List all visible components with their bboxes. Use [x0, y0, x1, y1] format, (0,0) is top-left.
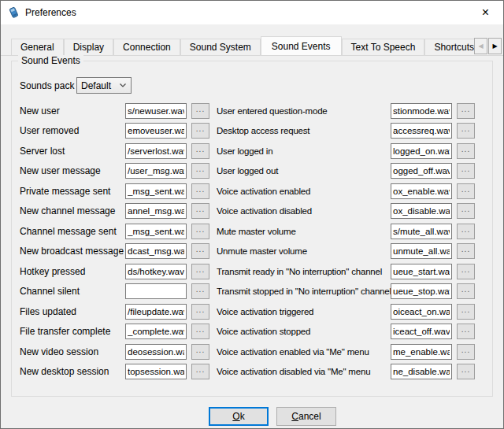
sound-file-input[interactable] [391, 243, 452, 259]
sound-file-input[interactable] [125, 243, 187, 259]
event-label: Voice activation stopped [217, 327, 391, 336]
sound-file-input[interactable] [391, 224, 452, 239]
sound-file-input[interactable] [125, 123, 187, 139]
browse-button[interactable]: ... [191, 123, 209, 139]
browse-button[interactable]: ... [191, 163, 209, 179]
tab-scroll-left-button[interactable]: ◀ [474, 38, 487, 54]
dialog-footer: Ok Cancel [21, 407, 504, 426]
sound-file-input[interactable] [391, 344, 452, 360]
sound-file-input[interactable] [125, 264, 187, 279]
sound-file-input[interactable] [391, 283, 452, 299]
browse-button[interactable]: ... [457, 183, 475, 199]
sound-file-input[interactable] [125, 163, 187, 179]
browse-button[interactable]: ... [191, 324, 209, 339]
sound-file-input[interactable] [391, 103, 452, 119]
groupbox-title: Sound Events [18, 55, 83, 66]
sound-file-input[interactable] [125, 304, 187, 320]
sound-file-input[interactable] [125, 143, 187, 159]
browse-button[interactable]: ... [191, 143, 209, 159]
browse-button[interactable]: ... [457, 163, 475, 179]
browse-button[interactable]: ... [457, 103, 475, 119]
sound-event-row: Channel silent...Transmit stopped in "No… [20, 282, 475, 302]
browse-button[interactable]: ... [457, 143, 475, 159]
event-label: New channel message [20, 205, 125, 216]
browse-button[interactable]: ... [191, 224, 209, 239]
sound-file-input[interactable] [125, 183, 187, 199]
tab-sound-system[interactable]: Sound System [180, 39, 261, 55]
sound-file-input[interactable] [125, 364, 187, 379]
sound-file-input[interactable] [391, 183, 452, 199]
browse-button[interactable]: ... [457, 283, 475, 299]
sound-file-input[interactable] [125, 344, 187, 360]
tab-text-to-speech[interactable]: Text To Speech [342, 39, 425, 55]
browse-button[interactable]: ... [457, 203, 475, 219]
event-label: New user [20, 105, 125, 116]
browse-button[interactable]: ... [191, 183, 209, 199]
event-label: Voice activation disabled via "Me" menu [217, 367, 391, 376]
sound-event-row: New video session...Voice activation ena… [20, 342, 475, 362]
browse-button[interactable]: ... [457, 324, 475, 339]
browse-button[interactable]: ... [191, 103, 209, 119]
ok-button[interactable]: Ok [209, 407, 269, 426]
tab-display[interactable]: Display [64, 39, 113, 55]
event-label: New broadcast message [20, 246, 125, 257]
event-label: User entered question-mode [217, 106, 391, 116]
close-button[interactable]: × [468, 1, 503, 24]
sound-event-row: File transfer complete...Voice activatio… [20, 322, 475, 342]
app-icon [7, 6, 20, 19]
chevron-down-icon [119, 83, 127, 88]
sound-file-input[interactable] [391, 143, 452, 159]
event-label: Channel silent [20, 286, 125, 297]
sound-file-input[interactable] [391, 364, 452, 379]
browse-button[interactable]: ... [457, 224, 475, 239]
sound-event-row: Private message sent...Voice activation … [20, 181, 475, 202]
event-label: Desktop access request [217, 126, 391, 135]
browse-button[interactable]: ... [191, 304, 209, 320]
sound-file-input[interactable] [391, 123, 452, 139]
sound-file-input[interactable] [125, 103, 187, 119]
sound-file-input[interactable] [391, 324, 452, 339]
tab-connection[interactable]: Connection [113, 39, 180, 55]
sound-event-row: Channel message sent...Mute master volum… [20, 221, 475, 242]
sound-event-row: New user...User entered question-mode... [20, 101, 475, 121]
cancel-button[interactable]: Cancel [276, 407, 336, 426]
sound-file-input[interactable] [391, 264, 452, 279]
tab-general[interactable]: General [11, 39, 64, 55]
sound-file-input[interactable] [125, 224, 187, 239]
browse-button[interactable]: ... [191, 344, 209, 360]
browse-button[interactable]: ... [191, 364, 209, 379]
browse-button[interactable]: ... [457, 264, 475, 279]
event-label: Voice activation enabled [217, 187, 391, 196]
browse-button[interactable]: ... [457, 243, 475, 259]
sound-event-row: New channel message...Voice activation d… [20, 202, 475, 222]
browse-button[interactable]: ... [457, 344, 475, 360]
event-label: Mute master volume [217, 227, 391, 236]
sound-event-row: Server lost...User logged in... [20, 141, 475, 161]
tab-scroll-right-button[interactable]: ▶ [488, 38, 502, 54]
browse-button[interactable]: ... [191, 203, 209, 219]
window-title: Preferences [25, 7, 76, 18]
event-label: Channel message sent [20, 226, 125, 237]
titlebar: Preferences × [1, 1, 503, 24]
browse-button[interactable]: ... [191, 283, 209, 299]
browse-button[interactable]: ... [457, 123, 475, 139]
event-label: Server lost [20, 146, 125, 157]
browse-button[interactable]: ... [191, 264, 209, 279]
sound-file-input[interactable] [125, 203, 187, 219]
sound-file-input[interactable] [391, 203, 452, 219]
sound-file-input[interactable] [125, 324, 187, 339]
event-label: Unmute master volume [217, 246, 391, 256]
event-label: User logged out [217, 166, 391, 176]
tab-bar: GeneralDisplayConnectionSound SystemSoun… [1, 35, 503, 56]
browse-button[interactable]: ... [191, 243, 209, 259]
sound-file-input[interactable] [391, 304, 452, 320]
sound-file-input[interactable] [391, 163, 452, 179]
browse-button[interactable]: ... [457, 364, 475, 379]
browse-button[interactable]: ... [457, 304, 475, 320]
sound-file-input[interactable] [125, 283, 187, 299]
event-label: Transmit ready in "No interruption" chan… [217, 267, 391, 276]
event-label: Transmit stopped in "No interruption" ch… [217, 287, 391, 296]
sounds-pack-select[interactable]: Default [76, 77, 132, 94]
tab-shortcuts[interactable]: Shortcuts [424, 39, 474, 55]
tab-sound-events[interactable]: Sound Events [261, 36, 342, 55]
